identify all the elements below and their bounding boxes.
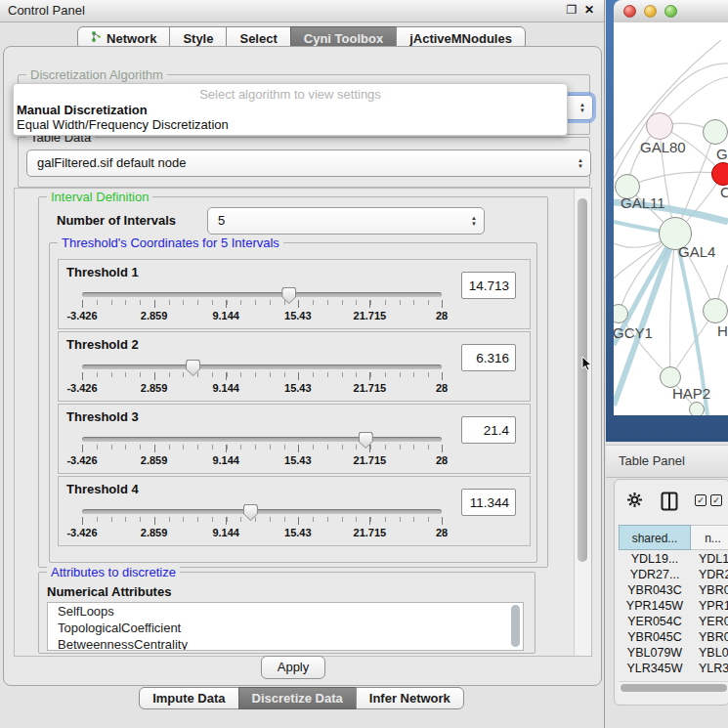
threshold-2-row: Threshold 2 -3.426 2.859 9.144 15.43 21.…	[58, 331, 531, 402]
gear-icon[interactable]	[626, 492, 643, 512]
panel-title: Control Panel	[8, 3, 85, 18]
number-of-intervals-combobox[interactable]: 5 ▲▼	[207, 207, 485, 235]
column-visibility-checkbox-icons[interactable]: ✓ ✓	[695, 494, 722, 506]
tick-label: 28	[436, 310, 448, 321]
zoom-traffic-light-icon[interactable]	[664, 5, 677, 18]
table-row[interactable]: YIL052CYIL0	[619, 677, 728, 679]
scrollbar-thumb[interactable]	[578, 198, 587, 562]
table-row[interactable]: YLR345WYLR3	[619, 662, 728, 677]
tick-label: -3.426	[66, 454, 97, 466]
threshold-4-value-field[interactable]: 11.344	[461, 489, 516, 516]
control-panel: Control Panel ❐ ✕ Network Style Select C…	[0, 0, 605, 728]
table-data-combobox[interactable]: galFiltered.sif default node ▲▼	[26, 150, 591, 177]
table-panel-section: Table Panel ✓ ✓ shared... n... YDL19...Y…	[606, 442, 728, 728]
table-row[interactable]: YDR27...YDR2	[619, 568, 728, 583]
horizontal-scrollbar-thumb[interactable]	[621, 684, 727, 692]
tick-label: 2.859	[141, 382, 168, 394]
network-window-titlebar[interactable]	[614, 0, 728, 23]
threshold-2-slider[interactable]: -3.426 2.859 9.144 15.43 21.715 28	[82, 360, 442, 397]
table-row[interactable]: YBR045CYBR0	[619, 630, 728, 646]
table-row[interactable]: YPR145WYPR1	[619, 599, 728, 615]
checkbox-icon[interactable]: ✓	[710, 494, 722, 506]
network-view-window[interactable]: GAL80 GA C GAL11 GAL4 GCY1 H HAP2	[606, 0, 728, 442]
threshold-4-label: Threshold 4	[66, 482, 139, 496]
table-row[interactable]: YDL19...YDL1	[619, 552, 728, 568]
tab-impute-data[interactable]: Impute Data	[139, 687, 238, 709]
settings-scrollpane: Interval Definition Number of Intervals …	[14, 188, 592, 657]
threshold-3-slider[interactable]: -3.426 2.859 9.144 15.43 21.715 28	[82, 432, 442, 469]
table-row[interactable]: YER054CYER0	[619, 615, 728, 630]
threshold-1-value-field[interactable]: 14.713	[461, 272, 516, 299]
node-gal80[interactable]	[646, 112, 673, 140]
threshold-2-value-field[interactable]: 6.316	[461, 344, 516, 371]
table-data-combobox-value: galFiltered.sif default node	[37, 155, 186, 170]
cyni-toolbox-panel: Discretization Algorithm ▲▼ Select algor…	[3, 46, 602, 686]
threshold-3-value-field[interactable]: 21.4	[461, 416, 516, 444]
node-selected-red[interactable]	[711, 162, 728, 186]
slider-track[interactable]	[82, 437, 442, 442]
popup-option-manual-discretization[interactable]: Manual Discretization	[17, 103, 148, 117]
node-label-c: C	[720, 184, 728, 200]
node-label-gcy1: GCY1	[614, 324, 653, 341]
threshold-4-slider[interactable]: -3.426 2.859 9.144 15.43 21.715 28	[82, 504, 442, 541]
minimize-traffic-light-icon[interactable]	[644, 5, 657, 18]
close-traffic-light-icon[interactable]	[623, 5, 636, 18]
tick-label: 9.144	[212, 527, 239, 538]
apply-button[interactable]: Apply	[261, 656, 325, 679]
slider-minor-ticks	[82, 300, 443, 305]
attributes-to-discretize-group: Attributes to discretize Numerical Attri…	[38, 572, 535, 654]
slider-track[interactable]	[82, 364, 442, 369]
tick-label: -3.426	[66, 527, 97, 538]
table-rows: YDL19...YDL1 YDR27...YDR2 YBR043CYBR0 YP…	[619, 552, 728, 679]
tick-label: 21.715	[354, 454, 387, 466]
tick-label: 9.144	[212, 454, 239, 466]
numerical-attributes-label: Numerical Attributes	[47, 584, 171, 599]
column-header-name[interactable]: n...	[691, 525, 728, 550]
numerical-attributes-list[interactable]: SelfLoops TopologicalCoefficient Between…	[47, 602, 524, 651]
tab-discretize-data[interactable]: Discretize Data	[238, 687, 357, 709]
mouse-cursor	[581, 356, 593, 375]
attributes-group-title: Attributes to discretize	[47, 565, 180, 579]
node-label-h: H	[717, 322, 728, 339]
tick-label: 9.144	[212, 382, 239, 394]
slider-track[interactable]	[82, 509, 442, 514]
node-partial[interactable]	[689, 402, 705, 415]
node-h[interactable]	[703, 298, 728, 323]
list-scrollbar-thumb[interactable]	[511, 605, 520, 647]
tick-label: -3.426	[66, 382, 97, 394]
slider-minor-ticks	[82, 517, 443, 522]
horizontal-scrollbar-track[interactable]	[619, 681, 728, 694]
popup-option-equal-width-frequency[interactable]: Equal Width/Frequency Discretization	[17, 117, 229, 132]
node-label-gal4: GAL4	[678, 243, 715, 260]
table-data-group: Table Data galFiltered.sif default node …	[18, 137, 590, 188]
close-icon[interactable]: ✕	[582, 3, 596, 17]
float-window-icon[interactable]: ❐	[565, 3, 578, 17]
table-row[interactable]: YBR043CYBR0	[619, 583, 728, 599]
thresholds-group-title: Threshold's Coordinates for 5 Intervals	[58, 236, 283, 250]
node-ga[interactable]	[703, 119, 728, 145]
tick-label: 9.144	[212, 310, 239, 321]
tick-label: 15.43	[284, 310, 312, 321]
table-row[interactable]: YBL079WYBL0	[619, 646, 728, 662]
list-item[interactable]: SelfLoops	[48, 603, 523, 620]
scrollbar-track[interactable]	[574, 189, 591, 656]
tick-label: 28	[436, 527, 448, 538]
threshold-1-slider[interactable]: -3.426 2.859 9.144 15.43 21.715 28	[82, 287, 442, 324]
tab-infer-network[interactable]: Infer Network	[356, 687, 464, 709]
tick-label: 15.43	[284, 527, 312, 538]
threshold-3-row: Threshold 3 -3.426 2.859 9.144 15.43 21.…	[58, 404, 531, 474]
column-header-shared-name[interactable]: shared...	[619, 525, 691, 550]
list-item[interactable]: TopologicalCoefficient	[48, 620, 523, 636]
tick-label: 2.859	[141, 310, 168, 321]
popup-prompt-item[interactable]: Select algorithm to view settings	[14, 87, 567, 102]
checkbox-icon[interactable]: ✓	[695, 494, 707, 506]
thresholds-group: Threshold's Coordinates for 5 Intervals …	[49, 242, 537, 563]
slider-track[interactable]	[82, 292, 442, 297]
network-canvas[interactable]: GAL80 GA C GAL11 GAL4 GCY1 H HAP2	[614, 22, 728, 415]
split-columns-icon[interactable]	[661, 492, 678, 515]
list-item[interactable]: BetweennessCentrality	[48, 636, 523, 651]
tick-label: 15.43	[284, 382, 312, 394]
node-label-gal11: GAL11	[621, 194, 665, 211]
table-panel-titlebar: Table Panel	[606, 445, 728, 478]
control-panel-titlebar: Control Panel ❐ ✕	[0, 0, 604, 22]
